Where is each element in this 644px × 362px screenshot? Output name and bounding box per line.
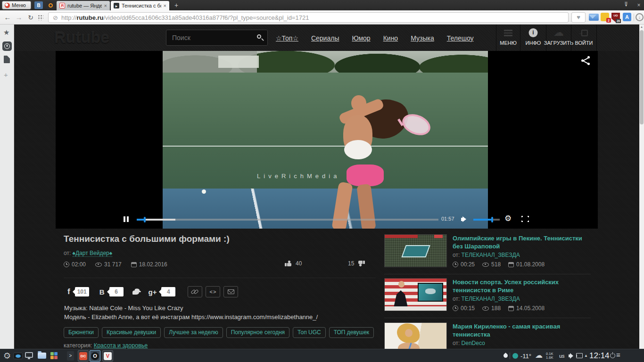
facebook-icon[interactable]: f (67, 287, 70, 296)
volume-slider[interactable] (473, 219, 500, 221)
related-channel-link[interactable]: DenDeco (462, 340, 485, 346)
puzzle-extension-icon[interactable]: 2 (601, 13, 609, 21)
bookmark-heart-button[interactable]: ♥ (571, 12, 586, 23)
kde-menu-icon[interactable]: ⚙K (2, 351, 12, 361)
taskbar-menu-icon[interactable]: ≡ (616, 351, 620, 359)
tab-rutube-video[interactable]: ▶ Теннисистка с больши × (111, 1, 169, 10)
fullscreen-icon[interactable] (521, 216, 529, 222)
taskbar-expand-icon[interactable]: > (67, 351, 74, 361)
history-panel-icon[interactable] (2, 41, 12, 51)
window-close-icon[interactable]: × (636, 1, 642, 9)
info-button[interactable]: i ИНФО (520, 25, 546, 51)
category-link[interactable]: Красота и здоровье (94, 342, 148, 349)
tab-yandex[interactable]: Я rutube — Яндекс: наш × (57, 1, 110, 10)
dislike-button[interactable]: 15 (348, 260, 365, 267)
rutube-logo[interactable]: Rutube (54, 28, 109, 47)
related-item[interactable]: Олимпийские игры в Пекине. Теннисистки б… (384, 234, 591, 274)
related-channel-link[interactable]: ТЕЛЕКАНАЛ_ЗВЕЗДА (462, 252, 520, 258)
forward-icon[interactable]: → (14, 13, 24, 22)
volume-handle[interactable] (491, 217, 493, 222)
related-item[interactable]: Новости спорта. Успех российских тенниси… (384, 278, 591, 318)
search-input[interactable] (166, 30, 268, 46)
display-tray-icon[interactable] (576, 353, 583, 358)
related-item[interactable]: Мария Кириленко - самая красивая тенниси… (384, 322, 591, 349)
nav-yumor[interactable]: Юмор (352, 34, 370, 42)
pause-button[interactable] (124, 216, 129, 222)
reload-icon[interactable]: ↻ (26, 13, 35, 22)
tag-pill[interactable]: Популярное сегодня (226, 327, 289, 338)
tag-pill[interactable]: Брюнетки (64, 327, 99, 338)
taskbar-clock[interactable]: 12:14 (589, 351, 610, 361)
menu-button[interactable]: МЕНЮ (496, 25, 520, 51)
add-panel-icon[interactable]: + (4, 71, 8, 79)
notes-panel-icon[interactable] (4, 56, 10, 63)
taskbar-app-opera[interactable]: O (90, 350, 100, 362)
pinned-tab-ok[interactable] (46, 1, 55, 9)
app-launcher-icon[interactable] (50, 352, 58, 359)
nav-teleshou[interactable]: Телешоу (447, 34, 474, 42)
video-frame[interactable]: LiveRichMedia (163, 51, 488, 229)
embed-code-button[interactable]: <> (206, 286, 220, 297)
related-title[interactable]: Мария Кириленко - самая красивая тенниси… (453, 322, 591, 338)
copy-link-button[interactable] (188, 286, 202, 297)
search-icon[interactable] (257, 34, 261, 39)
humidity-icon[interactable] (503, 353, 509, 359)
speed-dial-icon[interactable] (38, 15, 43, 20)
taskbar-app-dc[interactable]: DC (78, 350, 89, 362)
related-title[interactable]: Олимпийские игры в Пекине. Теннисистки б… (453, 234, 591, 250)
pinned-tab-vk[interactable]: В (34, 1, 43, 9)
weather-cloud-icon[interactable]: ☁ (535, 351, 543, 360)
related-title[interactable]: Новости спорта. Успех российских тенниси… (453, 278, 591, 294)
power-icon[interactable] (610, 353, 615, 358)
tag-pill[interactable]: Топ UGC (293, 327, 326, 338)
touchpad-indicator-icon[interactable] (13, 353, 23, 359)
progress-bar[interactable] (137, 219, 438, 221)
browser-menu-button[interactable]: Меню (2, 1, 31, 9)
related-thumbnail[interactable] (384, 322, 447, 349)
nav-muzyka[interactable]: Музыка (411, 34, 434, 42)
file-manager-icon[interactable] (38, 353, 46, 359)
email-share-button[interactable] (223, 286, 238, 297)
related-thumbnail[interactable] (384, 234, 447, 267)
progress-handle[interactable] (144, 217, 146, 222)
scroll-up-icon[interactable]: ▲ (639, 25, 644, 28)
weather-status-icon[interactable] (512, 353, 518, 359)
login-button[interactable]: ВОЙТИ (571, 25, 597, 51)
window-menu-icon[interactable]: ≡▾ (621, 1, 631, 9)
video-player[interactable]: LiveRichMedia 01:57 ⚙ (56, 51, 598, 229)
like-button[interactable]: 40 (285, 260, 302, 267)
scrollbar-thumb[interactable] (640, 30, 644, 124)
tray-expand-icon[interactable]: ▲ (584, 354, 588, 358)
temperature-label[interactable]: -11° (520, 353, 531, 360)
nav-top[interactable]: ☆Топ☆ (276, 34, 298, 42)
author-link[interactable]: ♠Дарт Вейдер♠ (73, 250, 113, 257)
speaker-icon[interactable] (569, 353, 576, 359)
mail-extension-icon[interactable] (589, 14, 599, 21)
twitter-icon[interactable] (132, 288, 141, 295)
settings-gear-icon[interactable]: ⚙ (504, 214, 512, 223)
related-channel-link[interactable]: ТЕЛЕКАНАЛ_ЗВЕЗДА (462, 296, 520, 302)
downloads-icon[interactable]: ↓ (636, 13, 644, 21)
tag-pill[interactable]: Лучшее за неделю (164, 327, 223, 338)
nav-serialy[interactable]: Сериалы (311, 34, 339, 42)
bookmarks-panel-icon[interactable]: ★ (3, 28, 9, 37)
nav-kino[interactable]: Кино (383, 34, 398, 42)
back-icon[interactable]: ← (3, 13, 12, 22)
display-settings-icon[interactable] (25, 352, 33, 358)
googleplus-icon[interactable]: g+ (149, 288, 157, 296)
vk-share-icon[interactable]: В (99, 288, 105, 296)
new-tab-button[interactable]: + (173, 1, 180, 9)
tag-pill[interactable]: Красивые девушки (102, 327, 161, 338)
taskbar-app-vivaldi[interactable]: V (102, 350, 113, 362)
network-speed[interactable]: 0.1K1.6K (546, 352, 553, 360)
tab-close-icon[interactable]: × (104, 3, 107, 8)
page-scrollbar[interactable]: ▲ (639, 25, 644, 349)
upload-button[interactable]: ☁↑ ЗАГРУЗИТЬ (546, 25, 571, 51)
url-bar[interactable]: ⊘ http://rutube.ru/video/dd65cca1606c331… (48, 12, 569, 23)
keyboard-layout[interactable]: us (559, 353, 565, 359)
player-share-icon[interactable] (581, 56, 590, 65)
tab-close-icon[interactable]: × (164, 3, 166, 8)
volume-icon[interactable] (461, 216, 469, 222)
related-thumbnail[interactable] (384, 278, 447, 311)
tag-pill[interactable]: ТОП девушек (329, 327, 374, 338)
